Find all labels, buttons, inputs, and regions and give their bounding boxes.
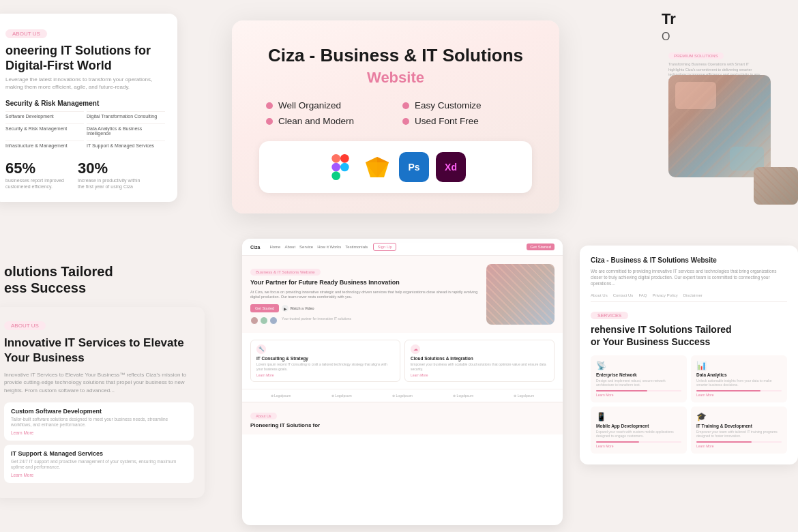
feature-dot-icon: [402, 102, 409, 109]
feature-item: Used Font Free: [402, 116, 525, 126]
service-progress-bar: [696, 390, 782, 391]
svg-rect-1: [340, 154, 349, 163]
preview-avatars: Your trusted partner for innovative IT s…: [250, 316, 479, 325]
left-mid-title: olutions Tailored ess Success: [4, 263, 221, 296]
right-image-area: Tr O PREMIUM SOLUTIONS Transforming Busi…: [662, 0, 798, 225]
service-card: 📱 Mobile App Development Expand your rea…: [591, 407, 687, 454]
list-item: IT Support & Managed Services: [87, 141, 165, 150]
stat-item: 65% businesses report improvedcustomered…: [5, 160, 64, 190]
svg-rect-0: [331, 154, 340, 163]
stat-number: 30%: [78, 160, 140, 177]
service-progress-fill: [696, 441, 752, 443]
service-desc: Empower your business with scalable clou…: [411, 362, 548, 371]
learn-more-link[interactable]: Learn More: [256, 373, 394, 377]
stat-label: Increase in productivity withinthe first…: [78, 177, 140, 190]
list-item: Security & Risk Management: [5, 123, 84, 138]
left-bottom-badge: ABOUT US: [4, 321, 46, 330]
feature-label: Easy Customize: [415, 100, 482, 110]
service-desc: Design and implement robust, secure netw…: [596, 379, 681, 387]
service-title: Cloud Solutions & Integration: [411, 356, 548, 361]
stat-label: businesses report improvedcustomered eff…: [5, 177, 64, 190]
left-top-card: ABOUT US oneering IT Solutions for Digit…: [0, 14, 177, 202]
partial-title: Tr: [662, 10, 676, 28]
website-preview-card: Ciza Home About Service How it Works Tes…: [242, 239, 563, 525]
service-card: 🎓 IT Training & Development Empower your…: [691, 407, 787, 454]
service-desc: Expand your reach with custom mobile app…: [596, 430, 681, 439]
feature-label: Used Font Free: [415, 116, 479, 126]
service-icon: 📱: [596, 412, 681, 422]
footer-link[interactable]: FAQ: [638, 293, 647, 297]
figma-icon: [325, 152, 355, 182]
features-grid: Well Organized Easy Customize Clean and …: [259, 100, 532, 126]
nav-link: Service: [299, 245, 313, 249]
right-thumb-image: [754, 167, 798, 205]
service-card: 📡 Enterprise Network Design and implemen…: [591, 355, 687, 402]
sketch-icon: [362, 152, 392, 182]
service-progress-bar: [696, 441, 782, 443]
service-icon: 📡: [596, 361, 681, 370]
service-title: IT Support & Managed Services: [11, 450, 187, 457]
learn-more-link[interactable]: Learn More: [596, 444, 681, 448]
left-bottom-title: Innovative IT Services to Elevate Your B…: [4, 336, 194, 366]
footer-link[interactable]: About Us: [591, 293, 608, 297]
hero-image: [486, 264, 555, 325]
hero-badge: Business & IT Solutions Website: [250, 269, 321, 276]
services-badge: SERVICES: [591, 312, 628, 319]
right-preview-desc: We are committed to providing innovative…: [591, 268, 787, 286]
service-progress-bar: [596, 441, 681, 443]
svg-rect-2: [331, 163, 340, 172]
feature-item: Easy Customize: [402, 100, 525, 110]
avatar: [260, 316, 268, 325]
service-progress-bar: [596, 390, 681, 391]
logo-item: ⊗ Logolpsum: [331, 394, 352, 398]
right-preview-card: Ciza - Business & IT Solutions Website W…: [580, 246, 798, 464]
hero-title: Your Partner for Future Ready Business I…: [250, 279, 479, 287]
left-stats: 65% businesses report improvedcustomered…: [5, 160, 165, 190]
feature-dot-icon: [266, 102, 273, 109]
services-section-title: rehensive IT Solutions Tailoredor Your B…: [591, 323, 787, 348]
logo-item: ⊗ Logolpsum: [453, 394, 473, 398]
footer-link[interactable]: Disclaimer: [683, 293, 703, 297]
learn-more-link[interactable]: Learn More: [596, 393, 681, 397]
logo-item: ⊕ Logolpsum: [392, 394, 413, 398]
nav-link: How it Works: [317, 245, 341, 249]
about-title: Pioneering IT Solutions for: [250, 422, 555, 429]
premium-badge: PREMIUM SOLUTIONS: [668, 53, 724, 59]
service-title: IT Consulting & Strategy: [256, 356, 394, 361]
photoshop-icon: Ps: [399, 152, 429, 182]
preview-nav: Ciza Home About Service How it Works Tes…: [242, 239, 563, 256]
footer-link[interactable]: Privacy Policy: [652, 293, 677, 297]
main-title: Ciza - Business & IT Solutions: [259, 45, 532, 66]
center-card: Ciza - Business & IT Solutions Website W…: [232, 20, 559, 213]
stat-number: 65%: [5, 160, 64, 177]
get-started-button[interactable]: Get Started: [527, 243, 555, 250]
preview-nav-links: Home About Service How it Works Testimon…: [269, 245, 368, 249]
adobe-xd-icon: Xd: [436, 152, 466, 182]
avatar: [250, 316, 258, 325]
learn-more-link[interactable]: Learn More: [696, 444, 782, 448]
signup-button[interactable]: Sign Up: [373, 243, 396, 251]
service-link[interactable]: Learn More: [11, 473, 187, 477]
list-item: Software Development: [5, 111, 84, 121]
get-started-btn[interactable]: Get Started: [250, 304, 279, 312]
service-title: Enterprise Network: [596, 372, 681, 377]
service-progress-fill: [596, 390, 647, 391]
learn-more-link[interactable]: Learn More: [411, 373, 548, 377]
logo-item: ⊕ Logolpsum: [514, 394, 534, 398]
watch-video-btn[interactable]: ▶ Watch a Video: [282, 304, 314, 312]
stat-item: 30% Increase in productivity withinthe f…: [78, 160, 140, 190]
service-desc: Lorem ipsum recent IT consulting to craf…: [256, 362, 394, 371]
left-card-title: oneering IT Solutions for Digital-First …: [5, 44, 165, 73]
service-icon: 🎓: [696, 412, 782, 422]
hero-buttons: Get Started ▶ Watch a Video: [250, 304, 479, 312]
nav-link: Home: [269, 245, 280, 249]
nav-link: Testimonials: [345, 245, 368, 249]
service-title: Data Analytics: [696, 372, 782, 377]
avatars-label: Your trusted partner for innovative IT s…: [282, 316, 351, 325]
footer-link[interactable]: Contact Us: [613, 293, 634, 297]
about-section: About Us Pioneering IT Solutions for: [242, 402, 563, 434]
learn-more-link[interactable]: Learn More: [696, 393, 782, 397]
service-title: Custom Software Development: [11, 408, 187, 415]
feature-label: Clean and Modern: [278, 116, 354, 126]
service-link[interactable]: Learn More: [11, 430, 187, 435]
